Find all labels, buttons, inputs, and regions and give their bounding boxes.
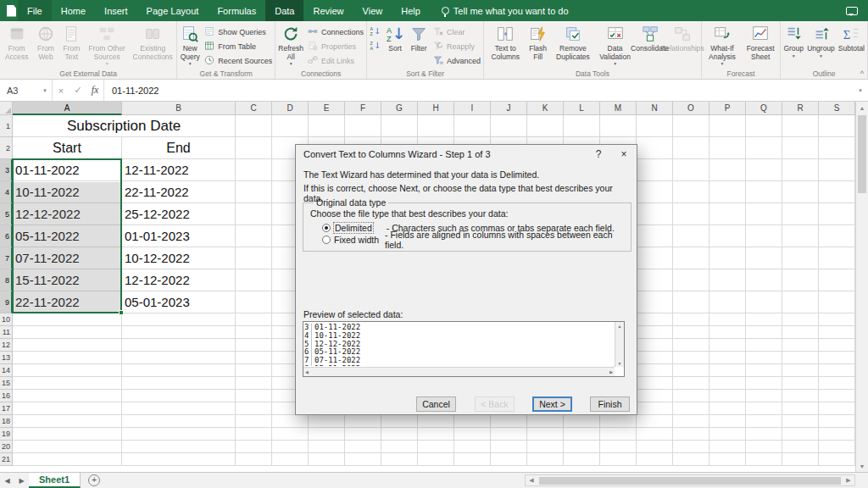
cell-a8[interactable]: 15-11-2022 (13, 269, 122, 291)
cell-k18[interactable] (527, 415, 564, 428)
row-header-8[interactable]: 8 (0, 269, 13, 291)
cell-o18[interactable] (673, 415, 709, 428)
column-header-d[interactable]: D (272, 102, 309, 115)
scroll-left-icon[interactable]: ◀ (526, 477, 537, 484)
cell-n5[interactable] (637, 203, 673, 225)
column-header-k[interactable]: K (527, 102, 564, 115)
cell-h18[interactable] (418, 415, 454, 428)
vertical-scrollbar[interactable]: ▲ ▼ (855, 102, 868, 472)
cell-k20[interactable] (527, 441, 564, 453)
cell-c3[interactable] (236, 159, 272, 181)
cell-q14[interactable] (746, 364, 782, 377)
cell-h1[interactable] (418, 115, 454, 137)
cell-s7[interactable] (819, 247, 855, 269)
properties-button[interactable]: Properties (305, 39, 365, 53)
cell-s17[interactable] (819, 402, 855, 415)
cell-n2[interactable] (637, 137, 673, 159)
cell-i1[interactable] (454, 115, 491, 137)
cell-s16[interactable] (819, 390, 855, 402)
cell-b10[interactable] (122, 313, 236, 326)
flash-fill-button[interactable]: Flash Fill (526, 23, 550, 62)
radio-fixed-width[interactable]: Fixed width- Fields are aligned in colum… (310, 234, 624, 246)
row-header-5[interactable]: 5 (0, 203, 13, 225)
collapse-ribbon-button[interactable]: ^ (860, 69, 864, 78)
cell-b6[interactable]: 01-01-2023 (122, 225, 236, 247)
column-header-n[interactable]: N (637, 102, 673, 115)
cell-f1[interactable] (345, 115, 381, 137)
cell-q9[interactable] (746, 291, 782, 313)
cell-l21[interactable] (564, 453, 600, 466)
cell-n14[interactable] (637, 364, 673, 377)
cell-q21[interactable] (746, 453, 782, 466)
cell-c14[interactable] (236, 364, 272, 377)
cell-s6[interactable] (819, 225, 855, 247)
cell-s8[interactable] (819, 269, 855, 291)
cell-b3[interactable]: 12-11-2022 (122, 159, 236, 181)
cell-g19[interactable] (381, 428, 418, 441)
cell-a20[interactable] (13, 441, 122, 453)
scroll-down-icon[interactable]: ▼ (856, 460, 868, 472)
cell-p20[interactable] (709, 441, 746, 453)
tab-formulas[interactable]: Formulas (208, 0, 265, 21)
column-header-f[interactable]: F (345, 102, 381, 115)
cell-o8[interactable] (673, 269, 709, 291)
cell-q3[interactable] (746, 159, 782, 181)
cell-o14[interactable] (673, 364, 709, 377)
cell-r12[interactable] (782, 339, 819, 352)
cancel-entry-button[interactable]: × (53, 80, 70, 101)
cell-a2[interactable]: Start (13, 137, 122, 159)
cell-r17[interactable] (782, 402, 819, 415)
cell-a18[interactable] (13, 415, 122, 428)
cell-a10[interactable] (13, 313, 122, 326)
row-header-13[interactable]: 13 (0, 352, 13, 364)
cell-p1[interactable] (709, 115, 746, 137)
cell-d1[interactable] (272, 115, 309, 137)
column-header-e[interactable]: E (309, 102, 345, 115)
connections-button[interactable]: Connections (305, 25, 365, 39)
cell-n6[interactable] (637, 225, 673, 247)
row-header-11[interactable]: 11 (0, 326, 13, 339)
row-header-10[interactable]: 10 (0, 313, 13, 326)
cell-b12[interactable] (122, 339, 236, 352)
cell-r5[interactable] (782, 203, 819, 225)
cancel-button[interactable]: Cancel (416, 396, 456, 412)
cell-r16[interactable] (782, 390, 819, 402)
cell-p21[interactable] (709, 453, 746, 466)
cell-f20[interactable] (345, 441, 381, 453)
forecast-sheet-button[interactable]: Forecast Sheet (742, 23, 779, 62)
tab-data[interactable]: Data (265, 0, 303, 21)
cell-r15[interactable] (782, 377, 819, 390)
existing-connections-button[interactable]: Existing Connections (130, 23, 175, 62)
cell-r4[interactable] (782, 181, 819, 203)
cell-p3[interactable] (709, 159, 746, 181)
cell-q6[interactable] (746, 225, 782, 247)
cell-c8[interactable] (236, 269, 272, 291)
cell-r2[interactable] (782, 137, 819, 159)
subtotal-button[interactable]: ΣSubtotal (837, 23, 866, 54)
cell-c9[interactable] (236, 291, 272, 313)
cell-q12[interactable] (746, 339, 782, 352)
refresh-all-button[interactable]: Refresh All▼ (276, 23, 305, 67)
cell-p5[interactable] (709, 203, 746, 225)
cell-r7[interactable] (782, 247, 819, 269)
cell-i21[interactable] (454, 453, 491, 466)
cell-o10[interactable] (673, 313, 709, 326)
cell-a7[interactable]: 07-11-2022 (13, 247, 122, 269)
cell-m19[interactable] (600, 428, 637, 441)
cell-c4[interactable] (236, 181, 272, 203)
dialog-close-button[interactable]: × (611, 145, 637, 164)
cell-n3[interactable] (637, 159, 673, 181)
comments-icon[interactable] (846, 7, 858, 15)
cell-p4[interactable] (709, 181, 746, 203)
cell-j19[interactable] (491, 428, 527, 441)
cell-c20[interactable] (236, 441, 272, 453)
cell-k21[interactable] (527, 453, 564, 466)
cell-r13[interactable] (782, 352, 819, 364)
cell-p16[interactable] (709, 390, 746, 402)
cell-q10[interactable] (746, 313, 782, 326)
cell-c16[interactable] (236, 390, 272, 402)
cell-q5[interactable] (746, 203, 782, 225)
row-header-20[interactable]: 20 (0, 441, 13, 453)
cell-r9[interactable] (782, 291, 819, 313)
cell-n8[interactable] (637, 269, 673, 291)
